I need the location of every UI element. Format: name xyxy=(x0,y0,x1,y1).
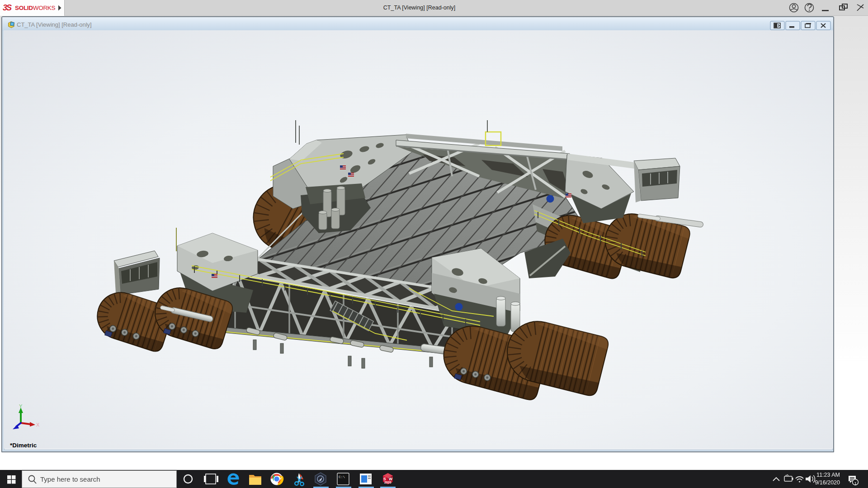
svg-text:X: X xyxy=(36,422,40,427)
svg-text:2020: 2020 xyxy=(384,481,392,484)
svg-text:C:\: C:\ xyxy=(339,475,345,479)
svg-text:Y: Y xyxy=(19,404,23,409)
svg-text:*Dimetric: *Dimetric xyxy=(10,442,37,449)
